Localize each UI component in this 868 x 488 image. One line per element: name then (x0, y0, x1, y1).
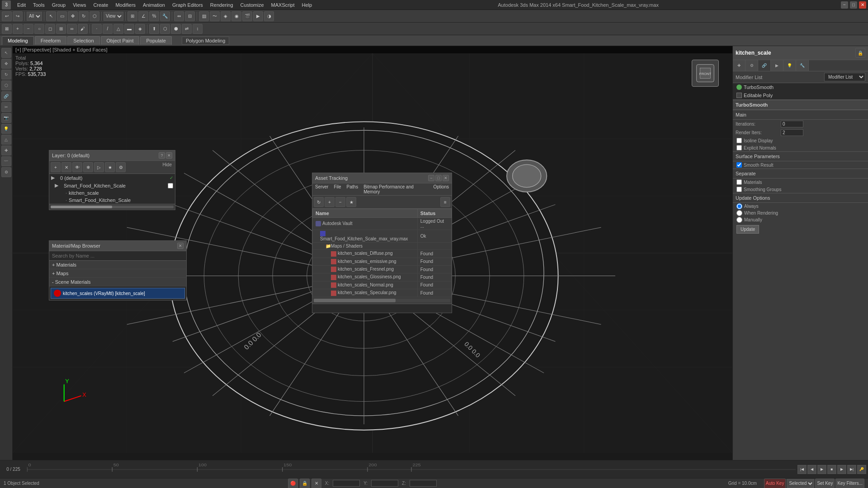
tree-item-0[interactable]: ▶ 0 (default) ✓ (49, 174, 175, 182)
render-iters-input[interactable] (781, 129, 803, 136)
setkey-button[interactable]: Set Key (815, 479, 835, 488)
undo-button[interactable]: ↩ (2, 11, 12, 21)
rotate-tool[interactable]: ↻ (79, 11, 89, 21)
loop-sel[interactable]: ○ (34, 24, 44, 34)
table-row[interactable]: kitchen_scales_emissive.png Found (313, 258, 452, 265)
mat-search-input[interactable] (49, 251, 186, 261)
table-row[interactable]: Autodesk Vault Logged Out ... (313, 218, 452, 230)
rp-tab-motion[interactable]: ▶ (771, 60, 783, 71)
modifier-dropdown[interactable]: Modifier List TurboSmooth Editable Poly (824, 73, 865, 81)
menu-animation[interactable]: Animation (139, 1, 169, 9)
grow-sel[interactable]: + (13, 24, 23, 34)
menu-group[interactable]: Group (48, 1, 70, 9)
shrink-sel[interactable]: − (24, 24, 33, 34)
asset-view-toggle[interactable]: ≡ (440, 197, 450, 207)
layer-freeze[interactable]: ❄ (83, 162, 93, 172)
tab-freeform[interactable]: Freeform (35, 36, 67, 45)
asset-scrollbar[interactable] (314, 299, 450, 302)
selected-dropdown[interactable]: Selected (787, 479, 814, 488)
table-row[interactable]: kitchen_scales_Diffuse.png Found (313, 250, 452, 258)
move-tool[interactable]: ✥ (68, 11, 78, 21)
menu-graph-editors[interactable]: Graph Editors (169, 1, 207, 9)
flip[interactable]: ↕ (193, 24, 203, 34)
table-row[interactable]: kitchen_scales_Normal.png Found (313, 281, 452, 289)
table-row[interactable]: kitchen_scales_Glossiness.png Found (313, 273, 452, 281)
lt-select[interactable]: ↖ (1, 48, 11, 58)
status-lock-icon[interactable]: 🔒 (300, 479, 310, 488)
lt-link[interactable]: 🔗 (1, 91, 11, 101)
asset-menu-paths[interactable]: Paths (344, 183, 361, 195)
rp-lock[interactable]: 🔒 (855, 48, 865, 58)
border[interactable]: △ (113, 24, 123, 34)
sel-all[interactable]: ⊠ (2, 24, 12, 34)
asset-menu-options[interactable]: Options (431, 183, 452, 195)
rp-tab-hierarchy[interactable]: 🔗 (758, 60, 771, 71)
viewport[interactable]: [+] [Perspective] [Shaded + Edged Faces]… (13, 46, 732, 460)
lt-scale[interactable]: ⬡ (1, 80, 11, 90)
angle-snap[interactable]: ∠ (138, 11, 148, 21)
viewcube[interactable]: FRONT (687, 55, 723, 91)
element[interactable]: ◈ (135, 24, 145, 34)
lt-move[interactable]: ✥ (1, 59, 11, 69)
smoothing-groups-check[interactable] (736, 187, 742, 192)
tree-scene-check[interactable] (168, 183, 173, 188)
autokey-button[interactable]: Auto Key (764, 479, 786, 488)
rp-tab-display[interactable]: 💡 (783, 60, 796, 71)
mat-section-scene[interactable]: - Scene Materials (49, 278, 186, 286)
modifier-turbosmooth[interactable]: TurboSmooth (733, 83, 868, 91)
layer-hide[interactable]: 👁 (72, 162, 82, 172)
tab-selection[interactable]: Selection (67, 36, 99, 45)
materials-check[interactable] (736, 179, 742, 185)
asset-highlight[interactable]: ★ (346, 197, 356, 207)
asset-scrollbar-thumb[interactable] (314, 299, 396, 302)
layer-close-button[interactable]: ✕ (166, 152, 172, 159)
lt-camera[interactable]: 📷 (1, 113, 11, 123)
menu-tools[interactable]: Tools (29, 1, 48, 9)
z-coord[interactable] (410, 480, 437, 487)
menu-customize[interactable]: Customize (237, 1, 268, 9)
table-row[interactable]: 📁Maps / Shaders (313, 243, 452, 250)
lt-shapes[interactable]: △ (1, 135, 11, 145)
tab-object-paint[interactable]: Object Paint (101, 36, 140, 45)
scale-tool[interactable]: ⬡ (90, 11, 99, 21)
layer-new[interactable]: + (51, 162, 61, 172)
update-button[interactable]: Update (736, 225, 759, 234)
layer-props[interactable]: ⚙ (116, 162, 126, 172)
bevel[interactable]: ⬡ (160, 24, 170, 34)
bridge[interactable]: ⇌ (182, 24, 192, 34)
tab-modeling[interactable]: Modeling (2, 36, 34, 45)
snap-toggle[interactable]: ⊞ (127, 11, 137, 21)
spinner-snap[interactable]: 🔧 (160, 11, 170, 21)
mirror-tool[interactable]: ⇔ (174, 11, 184, 21)
asset-remove[interactable]: − (335, 197, 345, 207)
manually-radio[interactable] (736, 217, 742, 223)
menu-rendering[interactable]: Rendering (207, 1, 237, 9)
asset-add[interactable]: + (325, 197, 335, 207)
rp-tab-create[interactable]: ✚ (733, 60, 745, 71)
mat-section-maps[interactable]: + Maps (49, 269, 186, 278)
tl-stop[interactable]: ■ (827, 465, 836, 474)
x-coord[interactable] (333, 480, 360, 487)
extrude[interactable]: ⬆ (149, 24, 159, 34)
lt-systems[interactable]: ⚙ (1, 167, 11, 177)
percent-snap[interactable]: % (149, 11, 159, 21)
vertex[interactable]: · (92, 24, 102, 34)
layer-render[interactable]: ▷ (94, 162, 104, 172)
inset[interactable]: ⬢ (171, 24, 181, 34)
iterations-input[interactable] (781, 121, 803, 127)
lt-light[interactable]: 💡 (1, 124, 11, 134)
lt-unlink[interactable]: ✂ (1, 102, 11, 112)
select-region[interactable]: ▭ (57, 11, 67, 21)
table-row[interactable]: Smart_Food_Kitchen_Scale_max_vray.max Ok (313, 230, 452, 243)
modifier-editpoly[interactable]: Editable Poly (733, 91, 868, 99)
polygon[interactable]: ▬ (124, 24, 134, 34)
selection-filter[interactable]: All (27, 12, 42, 21)
lt-rotate[interactable]: ↻ (1, 70, 11, 80)
view-select[interactable]: View (104, 12, 123, 21)
tab-populate[interactable]: Populate (140, 36, 171, 45)
mat-section-materials[interactable]: + Materials (49, 261, 186, 269)
curve-editor[interactable]: 〜 (210, 11, 220, 21)
tl-mode[interactable]: 🔑 (857, 465, 866, 474)
explicit-normals-check[interactable] (736, 145, 742, 150)
mat-item-kitchen[interactable]: kitchen_scales (VRayMtl) [kitchen_scale] (51, 288, 185, 299)
